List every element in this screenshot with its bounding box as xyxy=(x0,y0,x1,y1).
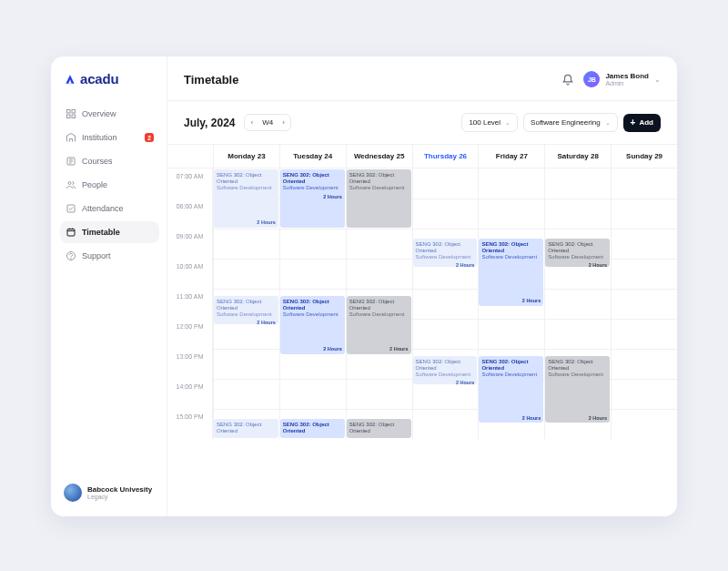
university-name: Babcock Univesity xyxy=(87,485,152,494)
svg-rect-2 xyxy=(67,115,71,118)
sidebar-item-overview[interactable]: Overview xyxy=(60,103,159,125)
level-select[interactable]: 100 Level ⌄ xyxy=(461,113,518,132)
day-header-cell[interactable]: Monday 23 xyxy=(213,145,279,168)
svg-rect-6 xyxy=(67,205,75,212)
time-label: 10:00 AM xyxy=(167,259,213,289)
brand-logo[interactable]: acadu xyxy=(60,71,159,103)
calendar-event[interactable]: SENG 302: Object OrientedSoftware Develo… xyxy=(479,239,543,306)
calendar-slot[interactable] xyxy=(611,379,677,409)
calendar-slot[interactable] xyxy=(279,379,346,409)
calendar-slot[interactable] xyxy=(478,199,544,229)
sidebar-item-label: Institution xyxy=(82,133,117,142)
sidebar-item-label: Overview xyxy=(82,109,116,118)
calendar-slot[interactable] xyxy=(611,349,677,379)
calendar-slot[interactable] xyxy=(279,259,346,289)
user-avatar-icon: JB xyxy=(583,71,600,87)
calendar-slot[interactable] xyxy=(412,289,479,319)
calendar-event[interactable]: SENG 302: Object OrientedSoftware Develo… xyxy=(545,239,610,267)
chevron-down-icon: ⌄ xyxy=(505,119,511,127)
notifications-icon[interactable] xyxy=(561,73,574,86)
sidebar-item-people[interactable]: People xyxy=(60,174,159,196)
calendar-event[interactable]: SENG 302: Object OrientedSoftware Develo… xyxy=(347,169,411,228)
svg-point-9 xyxy=(71,259,72,260)
day-header-cell[interactable]: Tuesday 24 xyxy=(279,145,346,168)
calendar-slot[interactable] xyxy=(611,199,677,229)
calendar-slot[interactable] xyxy=(346,379,412,409)
header: Timetable JB James Bond Admin ⌄ xyxy=(167,56,677,101)
day-header-cell[interactable]: Wednesday 25 xyxy=(346,145,412,168)
time-label: 08:00 AM xyxy=(167,199,213,229)
calendar: Monday 23Tuesday 24Wednesday 25Thursday … xyxy=(167,144,677,516)
day-header-cell[interactable]: Thursday 26 xyxy=(412,145,479,168)
calendar-slot[interactable] xyxy=(213,349,279,379)
calendar-slot[interactable] xyxy=(611,259,677,289)
day-header-cell[interactable]: Friday 27 xyxy=(478,145,544,168)
calendar-event[interactable]: SENG 302: Object OrientedSoftware Develo… xyxy=(280,169,345,228)
calendar-slot[interactable] xyxy=(544,199,611,229)
logo-mark-icon xyxy=(64,73,76,86)
user-menu[interactable]: JB James Bond Admin ⌄ xyxy=(583,71,661,87)
calendar-slot[interactable] xyxy=(412,168,479,199)
sidebar-nav: OverviewInstitution2CoursesPeopleAttenda… xyxy=(60,103,159,267)
calendar-event[interactable]: SENG 302: Object Oriented xyxy=(214,419,278,438)
calendar-slot[interactable] xyxy=(611,409,677,439)
calendar-event[interactable]: SENG 302: Object OrientedSoftware Develo… xyxy=(413,239,478,267)
calendar-slot[interactable] xyxy=(611,289,677,319)
calendar-event[interactable]: SENG 302: Object OrientedSoftware Develo… xyxy=(413,356,478,384)
calendar-event[interactable]: SENG 302: Object OrientedSoftware Develo… xyxy=(479,356,543,423)
calendar-slot[interactable] xyxy=(478,168,544,199)
program-select-label: Software Engineering xyxy=(531,118,601,127)
sidebar-item-label: People xyxy=(82,180,107,189)
svg-rect-3 xyxy=(72,115,76,118)
sidebar-item-timetable[interactable]: Timetable xyxy=(60,221,159,243)
calendar-slot[interactable] xyxy=(412,409,479,439)
chevron-down-icon: ⌄ xyxy=(654,76,661,84)
calendar-event[interactable]: SENG 302: Object OrientedSoftware Develo… xyxy=(214,169,278,228)
day-header-cell[interactable]: Sunday 29 xyxy=(611,145,677,168)
calendar-slot[interactable] xyxy=(412,319,479,349)
calendar-event[interactable]: SENG 302: Object OrientedSoftware Develo… xyxy=(347,296,411,354)
page-title: Timetable xyxy=(184,73,238,87)
calendar-slot[interactable] xyxy=(213,379,279,409)
calendar-slot[interactable] xyxy=(611,319,677,349)
day-header-cell[interactable]: Saturday 28 xyxy=(544,145,611,168)
sidebar-item-label: Timetable xyxy=(82,228,120,237)
time-label: 09:00 AM xyxy=(167,229,213,259)
sidebar-item-courses[interactable]: Courses xyxy=(60,150,159,172)
level-select-label: 100 Level xyxy=(469,118,500,127)
add-button-label: Add xyxy=(639,118,653,127)
calendar-event[interactable]: SENG 302: Object OrientedSoftware Develo… xyxy=(214,296,278,324)
program-select[interactable]: Software Engineering ⌄ xyxy=(523,113,618,132)
university-avatar-icon xyxy=(64,484,82,502)
calendar-slot[interactable] xyxy=(544,319,611,349)
calendar-slot[interactable] xyxy=(279,229,346,259)
calendar-event[interactable]: SENG 302: Object Oriented xyxy=(347,419,411,438)
calendar-slot[interactable] xyxy=(346,259,412,289)
calendar-slot[interactable] xyxy=(544,289,611,319)
calendar-slot[interactable] xyxy=(412,199,479,229)
week-prev-button[interactable]: ‹ xyxy=(245,115,258,130)
university-card[interactable]: Babcock Univesity Legacy xyxy=(60,478,159,507)
sidebar-item-institution[interactable]: Institution2 xyxy=(60,127,159,148)
courses-icon xyxy=(66,156,76,167)
calendar-slot[interactable] xyxy=(213,229,279,259)
week-label: W4 xyxy=(258,115,277,130)
calendar-slot[interactable] xyxy=(213,259,279,289)
sidebar-item-label: Support xyxy=(82,251,111,260)
calendar-slot[interactable] xyxy=(544,168,611,199)
attendance-icon xyxy=(66,203,76,214)
week-next-button[interactable]: › xyxy=(277,115,290,130)
calendar-slot[interactable] xyxy=(478,319,544,349)
university-tier: Legacy xyxy=(87,494,152,500)
add-button[interactable]: + Add xyxy=(623,114,661,132)
sidebar-badge: 2 xyxy=(145,133,154,142)
calendar-slot[interactable] xyxy=(611,168,677,199)
calendar-event[interactable]: SENG 302: Object OrientedSoftware Develo… xyxy=(545,356,610,423)
sidebar-item-attendance[interactable]: Attendance xyxy=(60,198,159,219)
calendar-slot[interactable] xyxy=(611,229,677,259)
calendar-event[interactable]: SENG 302: Object OrientedSoftware Develo… xyxy=(280,296,345,354)
calendar-event[interactable]: SENG 302: Object Oriented xyxy=(280,419,345,438)
calendar-slot[interactable] xyxy=(346,229,412,259)
svg-rect-7 xyxy=(67,229,75,237)
sidebar-item-support[interactable]: Support xyxy=(60,245,159,267)
